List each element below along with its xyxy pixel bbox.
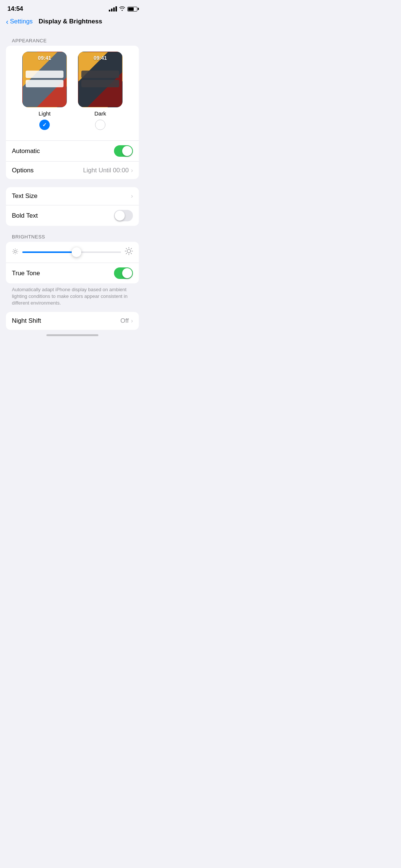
light-theme-label: Light bbox=[39, 110, 51, 117]
automatic-toggle[interactable] bbox=[114, 145, 133, 157]
svg-point-0 bbox=[14, 250, 16, 253]
brightness-slider-thumb[interactable] bbox=[72, 247, 81, 257]
light-theme-radio[interactable]: ✓ bbox=[39, 120, 50, 130]
brightness-slider-row bbox=[6, 242, 139, 263]
theme-options-row: 09:41 Light ✓ 09:41 bbox=[12, 52, 133, 130]
nav-bar: ‹ Settings Display & Brightness bbox=[0, 16, 145, 30]
options-right: Light Until 00:00 › bbox=[83, 167, 133, 174]
status-icons bbox=[109, 6, 137, 12]
text-size-chevron-icon: › bbox=[131, 193, 133, 199]
night-shift-value: Off bbox=[120, 317, 128, 325]
brightness-card: True Tone bbox=[6, 242, 139, 283]
dark-preview-time: 09:41 bbox=[78, 55, 122, 61]
wifi-icon bbox=[119, 6, 125, 12]
dark-theme-preview: 09:41 bbox=[78, 52, 123, 107]
battery-icon bbox=[127, 7, 137, 12]
dark-theme-label: Dark bbox=[94, 110, 106, 117]
true-tone-toggle[interactable] bbox=[114, 267, 133, 279]
dark-preview-bars bbox=[81, 71, 119, 87]
true-tone-label: True Tone bbox=[12, 270, 40, 277]
svg-point-1 bbox=[127, 249, 130, 253]
dark-theme-option[interactable]: 09:41 Dark bbox=[78, 52, 123, 130]
brightness-section-label: BRIGHTNESS bbox=[0, 234, 145, 242]
options-label: Options bbox=[12, 167, 34, 174]
options-value: Light Until 00:00 bbox=[83, 167, 129, 174]
true-tone-toggle-thumb bbox=[122, 268, 132, 278]
bold-toggle-thumb bbox=[115, 211, 125, 221]
bold-text-row[interactable]: Bold Text bbox=[6, 205, 139, 226]
back-label: Settings bbox=[10, 18, 33, 25]
light-preview-bars bbox=[26, 71, 63, 87]
true-tone-description: Automatically adapt iPhone display based… bbox=[0, 283, 145, 312]
options-row[interactable]: Options Light Until 00:00 › bbox=[6, 161, 139, 179]
dark-preview-bar-2 bbox=[81, 80, 119, 87]
bold-text-label: Bold Text bbox=[12, 212, 38, 220]
night-shift-label: Night Shift bbox=[12, 317, 41, 325]
light-preview-time: 09:41 bbox=[23, 55, 66, 61]
status-bar: 14:54 bbox=[0, 0, 145, 16]
text-size-row[interactable]: Text Size › bbox=[6, 187, 139, 205]
status-time: 14:54 bbox=[7, 5, 23, 13]
automatic-row[interactable]: Automatic bbox=[6, 140, 139, 161]
bold-text-toggle[interactable] bbox=[114, 210, 133, 221]
checkmark-icon: ✓ bbox=[42, 122, 47, 128]
light-preview-bar-1 bbox=[26, 71, 63, 78]
sun-large-icon bbox=[125, 247, 133, 257]
light-theme-preview: 09:41 bbox=[22, 52, 67, 107]
automatic-label: Automatic bbox=[12, 147, 40, 155]
text-size-right: › bbox=[131, 193, 133, 199]
dark-theme-radio[interactable] bbox=[95, 120, 105, 130]
options-chevron-icon: › bbox=[131, 167, 133, 174]
theme-selector-area: 09:41 Light ✓ 09:41 bbox=[6, 46, 139, 140]
brightness-slider[interactable] bbox=[22, 251, 121, 253]
appearance-section-label: APPEARANCE bbox=[0, 38, 145, 46]
sun-small-icon bbox=[12, 248, 19, 257]
brightness-slider-fill bbox=[22, 251, 76, 253]
text-size-label: Text Size bbox=[12, 192, 38, 200]
text-section: Text Size › Bold Text bbox=[0, 187, 145, 226]
home-indicator bbox=[46, 334, 98, 336]
light-theme-option[interactable]: 09:41 Light ✓ bbox=[22, 52, 67, 130]
dark-preview-bar-1 bbox=[81, 71, 119, 78]
night-shift-row[interactable]: Night Shift Off › bbox=[6, 312, 139, 330]
true-tone-row[interactable]: True Tone bbox=[6, 263, 139, 283]
night-shift-card: Night Shift Off › bbox=[6, 312, 139, 330]
light-preview-bar-2 bbox=[26, 80, 63, 87]
back-button[interactable]: ‹ Settings bbox=[6, 18, 33, 25]
text-card: Text Size › Bold Text bbox=[6, 187, 139, 226]
night-shift-right: Off › bbox=[120, 317, 133, 325]
night-shift-chevron-icon: › bbox=[131, 318, 133, 324]
back-chevron-icon: ‹ bbox=[6, 18, 9, 25]
appearance-card: 09:41 Light ✓ 09:41 bbox=[6, 46, 139, 179]
page-title: Display & Brightness bbox=[39, 18, 102, 25]
toggle-thumb bbox=[122, 146, 132, 156]
signal-icon bbox=[109, 6, 117, 12]
